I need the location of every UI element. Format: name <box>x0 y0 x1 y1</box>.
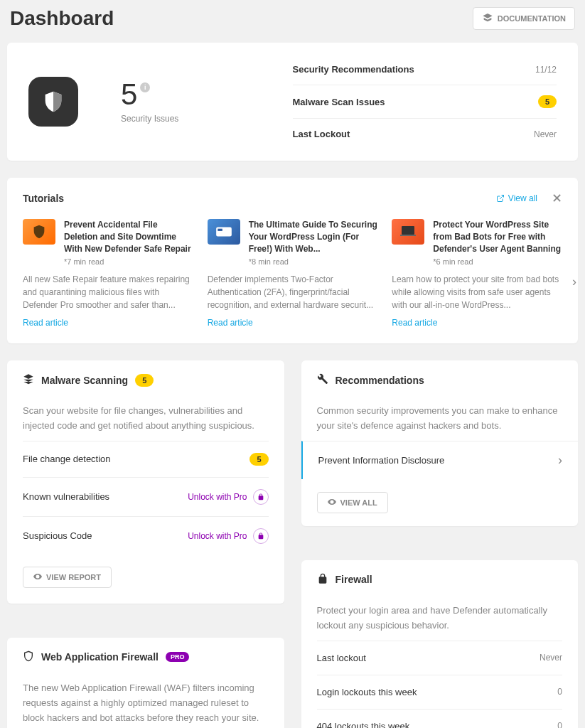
list-row: File change detection 5 <box>23 441 269 477</box>
stat-row: Last Lockout Never <box>293 119 557 139</box>
read-article-link[interactable]: Read article <box>23 318 68 328</box>
recommendations-title: Recommendations <box>336 375 424 386</box>
row-value: 0 <box>557 721 562 728</box>
read-article-link[interactable]: Read article <box>392 318 437 328</box>
close-icon[interactable]: ✕ <box>552 191 562 206</box>
info-icon[interactable]: i <box>140 82 150 92</box>
recommendation-label: Prevent Information Disclosure <box>318 455 445 466</box>
academy-icon <box>482 12 493 25</box>
tutorial-desc: All new Safe Repair feature makes repair… <box>23 273 193 311</box>
tutorial-thumb <box>208 219 240 245</box>
row-label: Known vulnerabilities <box>23 491 109 502</box>
firewall-title: Firewall <box>336 574 372 585</box>
security-issues-label: Security Issues <box>121 114 178 124</box>
stat-label: Security Recommendations <box>293 64 414 75</box>
firewall-card: Firewall Protect your login area and hav… <box>301 560 579 728</box>
unlock-pro[interactable]: Unlock with Pro <box>188 528 268 544</box>
summary-card: 5 i Security Issues Security Recommendat… <box>7 43 578 161</box>
stat-row: Malware Scan Issues 5 <box>293 85 557 119</box>
layers-icon <box>23 373 34 387</box>
security-issues-count: 5 <box>121 80 137 109</box>
row-label: Last lockout <box>317 653 366 663</box>
tutorial-desc: Defender implements Two-Factor Authentic… <box>208 273 378 311</box>
eye-icon <box>33 572 42 582</box>
list-row: Login lockouts this week 0 <box>317 675 563 709</box>
documentation-button[interactable]: DOCUMENTATION <box>473 7 575 30</box>
tutorial-title: Protect Your WordPress Site from Bad Bot… <box>433 219 562 255</box>
row-value: Never <box>540 653 562 663</box>
pro-badge: PRO <box>166 652 190 662</box>
view-all-label: VIEW ALL <box>340 498 377 507</box>
tutorials-title: Tutorials <box>23 193 64 204</box>
waf-title: Web Application Firewall <box>41 651 159 663</box>
stat-row: Security Recommendations 11/12 <box>293 64 557 85</box>
malware-card: Malware Scanning 5 Scan your website for… <box>7 360 284 604</box>
lock-icon <box>317 573 328 587</box>
list-row: Last lockout Never <box>317 641 563 675</box>
list-row: Known vulnerabilities Unlock with Pro <box>23 477 269 516</box>
row-label: Suspicious Code <box>23 530 92 541</box>
tutorial-desc: Learn how to protect your site from bad … <box>392 273 562 311</box>
page-title: Dashboard <box>10 7 114 30</box>
row-pill: 5 <box>249 453 268 466</box>
malware-badge: 5 <box>135 374 154 387</box>
tutorials-card: Tutorials View all ✕ Prevent Accidental … <box>7 178 578 343</box>
read-article-link[interactable]: Read article <box>208 318 253 328</box>
svg-rect-3 <box>400 235 416 236</box>
tutorial-meta: *7 min read <box>64 257 193 266</box>
stat-pill: 5 <box>538 95 557 108</box>
svg-rect-2 <box>402 226 414 235</box>
eye-icon <box>328 498 336 508</box>
row-value: 0 <box>557 687 562 697</box>
tutorial-item[interactable]: Protect Your WordPress Site from Bad Bot… <box>392 219 562 328</box>
firewall-desc: Protect your login area and have Defende… <box>317 599 563 641</box>
documentation-label: DOCUMENTATION <box>498 14 566 23</box>
svg-rect-1 <box>218 229 222 231</box>
tutorial-thumb <box>392 219 424 245</box>
chevron-right-icon: › <box>558 453 562 468</box>
stat-label: Malware Scan Issues <box>293 97 385 107</box>
malware-desc: Scan your website for file changes, vuln… <box>23 400 269 441</box>
recommendation-row[interactable]: Prevent Information Disclosure › <box>301 441 579 479</box>
row-label: Login lockouts this week <box>317 687 417 697</box>
tutorial-item[interactable]: The Ultimate Guide To Securing Your Word… <box>208 219 378 328</box>
lock-icon <box>253 528 269 544</box>
unlock-label: Unlock with Pro <box>188 531 247 541</box>
stat-value: Never <box>534 129 557 139</box>
row-label: 404 lockouts this week <box>317 721 410 728</box>
view-all-button[interactable]: VIEW ALL <box>317 492 388 513</box>
unlock-label: Unlock with Pro <box>188 492 247 502</box>
stat-label: Last Lockout <box>293 129 350 139</box>
unlock-pro[interactable]: Unlock with Pro <box>188 489 268 505</box>
tutorial-title: The Ultimate Guide To Securing Your Word… <box>249 219 378 255</box>
svg-rect-0 <box>216 228 232 237</box>
list-row: 404 lockouts this week 0 <box>317 709 563 728</box>
malware-title: Malware Scanning <box>41 375 128 386</box>
tutorial-meta: *8 min read <box>249 257 378 266</box>
waf-desc: The new Web Application Firewall (WAF) f… <box>23 677 269 728</box>
view-report-button[interactable]: VIEW REPORT <box>23 567 112 588</box>
tutorial-thumb <box>23 219 55 245</box>
brand-shield-icon <box>28 77 78 127</box>
shield-icon <box>23 651 34 664</box>
waf-card: Web Application Firewall PRO The new Web… <box>7 638 284 728</box>
stat-value: 11/12 <box>535 65 557 75</box>
tutorial-meta: *6 min read <box>433 257 562 266</box>
recommendations-card: Recommendations Common security improvem… <box>301 360 579 526</box>
tutorial-title: Prevent Accidental File Deletion and Sit… <box>64 219 193 255</box>
recommendations-desc: Common security improvements you can mak… <box>317 400 563 441</box>
carousel-next-icon[interactable]: › <box>572 274 576 289</box>
tutorial-item[interactable]: Prevent Accidental File Deletion and Sit… <box>23 219 193 328</box>
wrench-icon <box>317 373 328 387</box>
view-report-label: VIEW REPORT <box>46 573 101 582</box>
row-label: File change detection <box>23 454 111 464</box>
list-row: Suspicious Code Unlock with Pro <box>23 516 269 555</box>
lock-icon <box>253 489 269 505</box>
tutorials-view-all-link[interactable]: View all <box>496 193 537 203</box>
view-all-label: View all <box>508 193 537 203</box>
